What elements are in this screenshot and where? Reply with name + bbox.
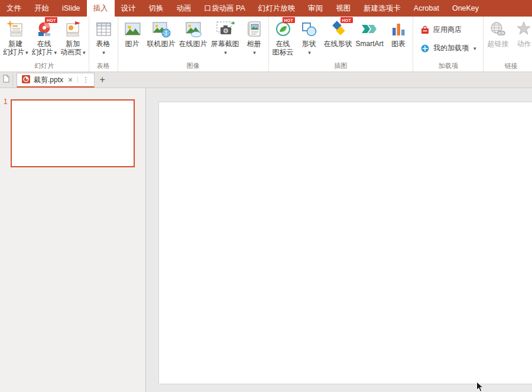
button-label: ▾ [223,48,227,57]
ribbon-group-slides: 新建 幻灯片▾ HOT 在线 幻灯片▾ 新加 动画页▾ 幻灯片 [0,17,89,72]
ribbon: 新建 幻灯片▾ HOT 在线 幻灯片▾ 新加 动画页▾ 幻灯片 [0,17,532,72]
group-content: HOT 在线 图标云 形状 ▾ HOT 在线形状 [269,17,413,61]
button-label: 动作 [517,40,531,48]
chart-icon [390,19,407,39]
ribbon-button-online-picture[interactable]: 在线图片 [177,17,209,61]
document-tabbar: 裁剪.pptx × ⋮ + [0,72,532,88]
menu-onekey[interactable]: OneKey [446,0,485,17]
button-label: 在线 [276,40,290,48]
group-content: 图片 联机图片 在线图片 屏幕截图 ▾ [118,17,268,61]
button-label: 图标云 [273,48,294,56]
ribbon-button-photo-album[interactable]: 相册 ▾ [241,17,267,61]
menu-pocket-animation[interactable]: 口袋动画 PA [198,0,252,17]
hot-badge: HOT [45,17,57,23]
mouse-cursor-icon [476,381,484,392]
button-label: 形状 [302,40,316,48]
ribbon-button-online-slides[interactable]: HOT 在线 幻灯片▾ [30,17,59,61]
button-label: ▾ [101,48,105,57]
button-label: SmartArt [356,40,384,48]
ppt-file-icon [22,75,30,85]
online-picture-icon [184,19,202,39]
menu-islide[interactable]: iSlide [56,0,87,17]
menu-new-tab[interactable]: 新建选项卡 [357,0,407,17]
shapes-icon [300,19,318,39]
workspace: 1 [0,88,532,392]
button-label: 应用商店 [433,25,462,35]
dropdown-arrow-icon: ▾ [224,50,227,56]
ribbon-button-picture[interactable]: 图片 [119,17,145,61]
screenshot-icon [216,19,235,39]
button-label: 图片 [125,40,140,48]
ribbon-button-online-shapes[interactable]: HOT 在线形状 [322,17,354,61]
menu-file[interactable]: 文件 [0,0,28,17]
picture-icon [124,19,141,39]
ribbon-button-smartart[interactable]: SmartArt [354,17,385,61]
button-label: 我的加载项 [433,43,469,53]
menu-acrobat[interactable]: Acrobat [407,0,446,17]
button-label: 超链接 [487,40,508,48]
group-label-table: 表格 [89,61,118,72]
menu-view[interactable]: 视图 [329,0,357,17]
slide-number: 1 [4,98,8,106]
ribbon-button-hyperlink[interactable]: 超链接 [485,17,511,61]
ribbon-button-new-slide[interactable]: 新建 幻灯片▾ [1,17,30,61]
online-pictures-icon [152,19,171,39]
menubar: 文件 开始 iSlide 插入 设计 切换 动画 口袋动画 PA 幻灯片放映 审… [0,0,532,17]
ribbon-button-screenshot[interactable]: 屏幕截图 ▾ [209,17,241,61]
button-label: 新加 [66,40,80,48]
group-content: 表格 ▾ [89,17,118,61]
table-icon [95,19,112,39]
action-icon [515,19,532,39]
app-store-icon [420,25,430,35]
hot-badge: HOT [340,17,353,23]
editing-area [146,88,532,392]
ribbon-button-chart[interactable]: 图表 [385,17,411,61]
menu-animations[interactable]: 动画 [170,0,198,17]
document-icon [2,74,10,85]
slide-canvas[interactable] [158,102,532,384]
ribbon-button-app-store[interactable]: 应用商店 [418,24,479,36]
button-label: 屏幕截图 [211,40,239,48]
hot-badge: HOT [283,17,295,23]
ribbon-button-my-addins[interactable]: 我的加载项 ▾ [418,42,479,54]
button-label: 在线形状 [324,40,352,48]
dropdown-arrow-icon: ▾ [25,50,28,56]
ribbon-button-new-animation-page[interactable]: 新加 动画页▾ [59,17,87,61]
ribbon-button-shapes[interactable]: 形状 ▾ [296,17,322,61]
document-list-button[interactable] [0,72,13,88]
menu-transitions[interactable]: 切换 [142,0,170,17]
smartart-icon [360,19,379,39]
ribbon-button-action[interactable]: 动作 [511,17,532,61]
button-label: 新建 [8,40,22,48]
dropdown-arrow-icon: ▾ [308,50,311,56]
ribbon-button-online-pictures[interactable]: 联机图片 [145,17,177,61]
dropdown-arrow-icon: ▾ [253,50,256,56]
button-label: 联机图片 [147,40,176,48]
photo-album-icon [245,19,263,39]
document-tab-active[interactable]: 裁剪.pptx × ⋮ [17,73,95,88]
button-label: 幻灯片▾ [3,48,28,57]
menu-slideshow[interactable]: 幻灯片放映 [252,0,302,17]
button-label: 表格 [96,40,111,48]
new-document-tab-button[interactable]: + [95,72,110,88]
dropdown-arrow-icon: ▾ [102,50,105,56]
new-animation-page-icon [64,19,82,39]
new-slide-icon [7,19,24,39]
tab-menu-icon[interactable]: ⋮ [77,76,89,83]
group-label-links: 链接 [484,61,532,72]
tab-close-icon[interactable]: × [67,76,74,84]
ribbon-group-images: 图片 联机图片 在线图片 屏幕截图 ▾ [118,17,269,72]
ribbon-group-links: 超链接 动作 链接 [484,17,532,72]
menu-home[interactable]: 开始 [28,0,56,17]
menu-insert[interactable]: 插入 [87,0,115,17]
ribbon-button-online-icon-cloud[interactable]: HOT 在线 图标云 [270,17,296,61]
group-label-illustrations: 插图 [269,61,413,72]
menu-review[interactable]: 审阅 [301,0,329,17]
button-label: 在线 [37,40,51,48]
slide-thumbnail[interactable] [11,99,135,167]
dropdown-arrow-icon: ▾ [54,50,57,56]
group-content: 应用商店 我的加载项 ▾ [413,17,484,61]
menu-design[interactable]: 设计 [115,0,142,17]
ribbon-button-table[interactable]: 表格 ▾ [90,17,116,61]
document-tab-title: 裁剪.pptx [34,75,63,85]
